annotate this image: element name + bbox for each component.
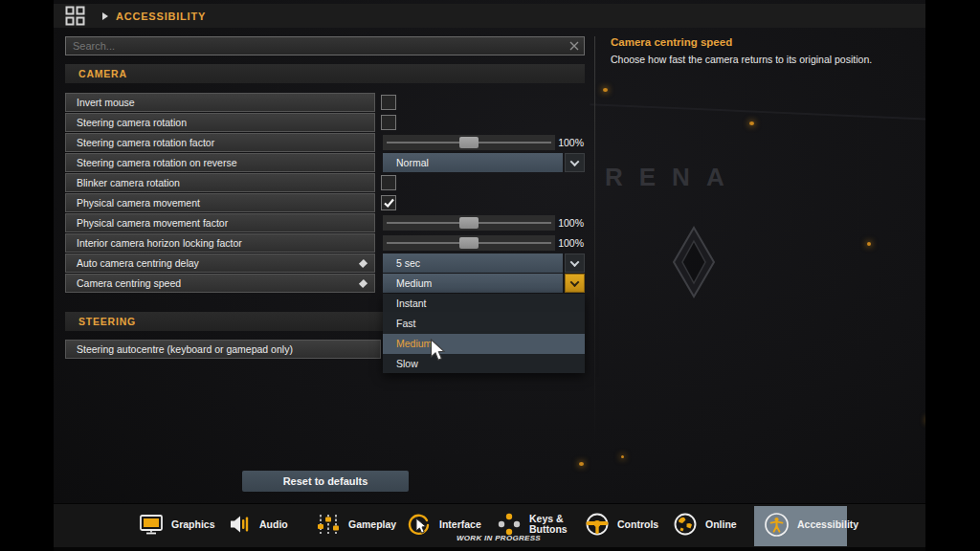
search-input[interactable] xyxy=(66,40,569,52)
select-rotation-on-reverse[interactable]: Normal xyxy=(383,153,563,172)
nav-tab-audio[interactable]: Audio xyxy=(229,504,288,544)
reset-to-defaults-button[interactable]: Reset to defaults xyxy=(242,471,409,492)
slider-handle[interactable] xyxy=(459,137,479,148)
chevron-down-icon xyxy=(570,157,580,166)
breadcrumb-arrow-icon xyxy=(102,12,108,20)
checkbox-steering-camera-rotation[interactable] xyxy=(381,115,396,130)
spark-dot xyxy=(603,88,608,92)
truck-grille-line xyxy=(590,103,925,128)
dropdown-option-slow[interactable]: Slow xyxy=(383,354,585,373)
work-in-progress-label: WORK IN PROGRESS xyxy=(457,534,541,542)
renault-diamond-logo xyxy=(672,226,716,298)
setting-label: Invert mouse xyxy=(65,93,375,112)
cursor-swirl-icon xyxy=(407,512,432,537)
select-chevron-button[interactable] xyxy=(565,153,585,172)
menu-grid-icon[interactable] xyxy=(65,6,85,26)
info-panel-description: Choose how fast the camera returns to it… xyxy=(611,54,917,65)
setting-label: Steering camera rotation factor xyxy=(65,133,375,152)
globe-icon xyxy=(673,512,698,537)
chevron-down-icon xyxy=(570,257,580,267)
select-auto-centring-delay[interactable]: 5 sec xyxy=(383,253,563,273)
setting-label: Physical camera movement factor xyxy=(65,213,375,232)
slider-handle[interactable] xyxy=(459,217,479,229)
sliders-icon xyxy=(316,513,341,536)
checkbox-blinker-camera-rotation[interactable] xyxy=(381,175,396,190)
main-panel: RENA ACCESSIBILITY xyxy=(54,0,925,551)
setting-label: Steering camera rotation xyxy=(65,113,375,132)
spark-dot xyxy=(579,462,584,466)
chevron-down-icon xyxy=(570,277,580,287)
dropdown-option-fast[interactable]: Fast xyxy=(383,314,585,334)
setting-label: Steering autocentre (keyboard or gamepad… xyxy=(65,340,381,359)
section-header-camera: CAMERA xyxy=(65,64,585,83)
slider-handle[interactable] xyxy=(459,237,479,249)
setting-label: Interior camera horizon locking factor xyxy=(65,233,375,253)
nav-tab-online[interactable]: Online xyxy=(673,504,737,544)
setting-label: Physical camera movement xyxy=(65,193,375,212)
clear-search-icon[interactable] xyxy=(569,41,579,51)
setting-label: Blinker camera rotation xyxy=(65,173,375,192)
spark-dot xyxy=(621,455,624,458)
slider-steering-camera-rotation-factor[interactable] xyxy=(383,133,555,152)
panel-divider xyxy=(594,36,595,448)
select-chevron-button-active[interactable] xyxy=(565,274,585,293)
checkbox-physical-camera-movement[interactable] xyxy=(381,195,396,210)
search-box xyxy=(65,36,585,55)
speaker-icon xyxy=(229,513,252,536)
slider-value: 100% xyxy=(555,213,584,232)
checkbox-invert-mouse[interactable] xyxy=(381,95,396,110)
accessibility-person-icon xyxy=(764,512,790,538)
setting-label: Camera centring speed xyxy=(65,274,375,293)
setting-label: Steering camera rotation on reverse xyxy=(65,153,375,172)
dropdown-option-medium[interactable]: Medium xyxy=(383,334,585,354)
setting-label: Auto camera centring delay xyxy=(65,253,375,273)
slider-value: 100% xyxy=(555,233,584,253)
bottom-edge xyxy=(54,547,925,551)
truck-brand-text: RENA xyxy=(605,163,741,192)
info-panel-title: Camera centring speed xyxy=(611,36,732,48)
nav-tab-accessibility[interactable]: Accessibility xyxy=(764,504,858,544)
slider-interior-horizon-locking-factor[interactable] xyxy=(383,233,555,253)
select-chevron-button[interactable] xyxy=(565,253,585,273)
spark-dot xyxy=(749,121,754,125)
breadcrumb: ACCESSIBILITY xyxy=(116,11,206,22)
steering-wheel-icon xyxy=(585,512,610,537)
monitor-icon xyxy=(139,513,164,536)
select-camera-centring-speed[interactable]: Medium xyxy=(383,274,563,293)
slider-physical-camera-movement-factor[interactable] xyxy=(383,213,555,232)
checkmark-icon xyxy=(383,197,395,209)
settings-screen: RENA ACCESSIBILITY xyxy=(0,0,980,551)
modified-diamond-icon xyxy=(359,279,368,288)
mouse-cursor xyxy=(430,339,447,364)
dropdown-list: Instant Fast Medium Slow xyxy=(383,294,585,373)
top-breadcrumb-bar: ACCESSIBILITY xyxy=(54,4,925,28)
dropdown-option-instant[interactable]: Instant xyxy=(383,294,585,314)
nav-tab-controls[interactable]: Controls xyxy=(585,504,658,544)
spark-dot xyxy=(867,242,871,246)
nav-tab-gameplay[interactable]: Gameplay xyxy=(316,504,396,544)
nav-tab-graphics[interactable]: Graphics xyxy=(139,504,215,544)
bottom-nav-bar: Graphics Audio xyxy=(54,503,925,547)
modified-diamond-icon xyxy=(359,259,368,268)
slider-value: 100% xyxy=(555,133,584,152)
